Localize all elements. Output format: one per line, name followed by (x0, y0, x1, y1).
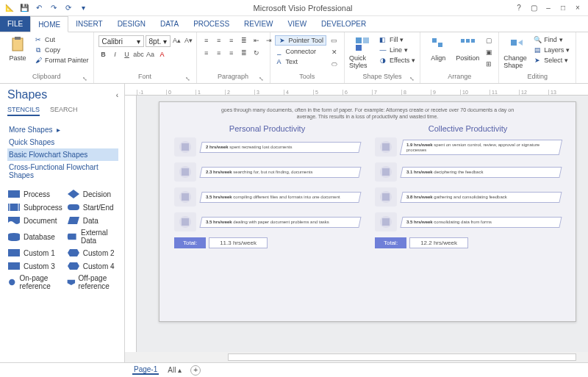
shape-database[interactable]: Database (7, 229, 62, 245)
minimize-icon[interactable]: – (542, 4, 554, 12)
align-left-icon[interactable]: ≡ (201, 48, 212, 58)
horizontal-scrollbar[interactable] (125, 352, 588, 362)
shape-on-page-reference[interactable]: On-page reference (7, 274, 62, 290)
page-tab[interactable]: Page-1 (132, 365, 159, 375)
paste-button[interactable]: Paste (4, 35, 31, 62)
tab-review[interactable]: REVIEW (237, 16, 280, 32)
connector-tool-button[interactable]: ⎯Connector (275, 47, 326, 56)
text-icon: A (275, 57, 284, 66)
copy-button[interactable]: ⧉Copy (34, 46, 89, 54)
strike-button[interactable]: abc (134, 49, 144, 60)
help-icon[interactable]: ? (513, 4, 525, 12)
dialog-launcher-icon[interactable]: ⤡ (82, 76, 89, 83)
undo-icon[interactable]: ↶ (34, 3, 44, 13)
bullets-icon[interactable]: ≣ (239, 35, 249, 46)
justify-icon[interactable]: ≣ (239, 48, 249, 58)
shape-off-page-reference[interactable]: Off-page reference (67, 274, 118, 290)
shape-custom-4[interactable]: Custom 4 (67, 261, 118, 271)
all-pages[interactable]: All ▴ (168, 366, 182, 374)
send-back-icon[interactable]: ▣ (484, 47, 494, 57)
collapse-panel-icon[interactable]: ‹ (116, 91, 118, 99)
effects-button[interactable]: ◑Effects ▾ (379, 56, 415, 65)
decrease-font-icon[interactable]: A▾ (184, 35, 194, 46)
stencil-basic-flowchart[interactable]: Basic Flowchart Shapes (7, 148, 118, 161)
app-icon: 📐 (4, 3, 15, 13)
font-family-combo[interactable]: Calibri ▾ (98, 35, 144, 47)
tab-home[interactable]: HOME (30, 16, 68, 32)
bold-button[interactable]: B (98, 49, 109, 60)
select-button[interactable]: ➤Select ▾ (533, 56, 571, 65)
shape-external-data[interactable]: External Data (67, 229, 118, 245)
shape-custom-3[interactable]: Custom 3 (7, 261, 62, 271)
increase-font-icon[interactable]: A▴ (172, 35, 182, 46)
cut-button[interactable]: ✂Cut (34, 35, 89, 44)
shape-label: Custom 4 (83, 262, 115, 270)
fill-button[interactable]: ◧Fill ▾ (379, 35, 415, 44)
shape-document[interactable]: Document (7, 215, 62, 226)
dialog-launcher-icon[interactable]: ⤡ (408, 76, 415, 83)
font-color-button[interactable]: A (157, 49, 168, 60)
maximize-icon[interactable]: □ (557, 4, 569, 12)
tab-data[interactable]: DATA (153, 16, 186, 32)
freeform-tool-icon[interactable]: ✕ (329, 47, 340, 57)
shape-label: Database (24, 233, 55, 241)
align-mid-icon[interactable]: ≡ (214, 35, 224, 46)
indent-dec-icon[interactable]: ⇤ (251, 35, 262, 46)
shape-process[interactable]: Process (7, 189, 62, 199)
shape-start-end[interactable]: Start/End (67, 202, 118, 212)
rectangle-tool-icon[interactable]: ▭ (329, 35, 340, 46)
close-icon[interactable]: × (572, 4, 584, 12)
format-painter-button[interactable]: 🖌Format Painter (34, 56, 89, 65)
refresh-icon[interactable]: ⟳ (63, 3, 74, 13)
line-button[interactable]: ―Line ▾ (379, 46, 415, 54)
stencil-cross-functional[interactable]: Cross-Functional Flowchart Shapes (7, 161, 118, 182)
stencils-tab[interactable]: STENCILS (7, 106, 40, 116)
more-shapes[interactable]: More Shapes ▸ (7, 123, 118, 136)
search-tab[interactable]: SEARCH (50, 106, 78, 116)
position-button[interactable]: Position (454, 35, 481, 62)
align-bot-icon[interactable]: ≡ (226, 35, 237, 46)
rotate-text-icon[interactable]: ↻ (251, 48, 262, 58)
text-tool-button[interactable]: AText (275, 57, 326, 66)
page-area[interactable]: goes through many documents, often in th… (137, 96, 588, 352)
svg-rect-25 (8, 262, 20, 270)
ribbon-collapse-icon[interactable]: ▢ (528, 4, 539, 12)
tab-design[interactable]: DESIGN (110, 16, 153, 32)
group-tools: ➤Pointer Tool ⎯Connector AText ▭ ✕ ⬭ Too… (270, 32, 345, 83)
bring-front-icon[interactable]: ▢ (484, 35, 494, 46)
shape-custom-1[interactable]: Custom 1 (7, 248, 62, 258)
find-button[interactable]: 🔍Find ▾ (533, 35, 571, 44)
add-page-button[interactable]: + (190, 365, 201, 376)
align-right-icon[interactable]: ≡ (226, 48, 237, 58)
dialog-launcher-icon[interactable]: ⤡ (258, 76, 265, 83)
stencil-quick-shapes[interactable]: Quick Shapes (7, 136, 118, 148)
flow-item: 3.5 hrs/week compiling different files a… (174, 187, 360, 207)
shape-custom-2[interactable]: Custom 2 (67, 248, 118, 258)
italic-button[interactable]: I (110, 49, 121, 60)
shape-decision[interactable]: Decision (67, 189, 118, 199)
tab-insert[interactable]: INSERT (68, 16, 110, 32)
quick-styles-button[interactable]: Quick Styles (349, 35, 376, 69)
dialog-launcher-icon[interactable]: ⤡ (184, 76, 192, 83)
align-button[interactable]: Align (425, 35, 451, 62)
save-icon[interactable]: 💾 (19, 3, 29, 13)
pointer-tool-button[interactable]: ➤Pointer Tool (275, 35, 326, 46)
font-size-combo[interactable]: 8pt. ▾ (146, 35, 171, 47)
qat-dropdown-icon[interactable]: ▾ (78, 3, 88, 13)
font-case-button[interactable]: Aa (146, 49, 156, 60)
ellipse-tool-icon[interactable]: ⬭ (329, 59, 340, 69)
shape-data[interactable]: Data (67, 215, 118, 226)
group-icon[interactable]: ⊞ (484, 59, 494, 69)
layers-button[interactable]: ▤Layers ▾ (533, 46, 571, 54)
change-shape-button[interactable]: Change Shape (503, 35, 530, 69)
tab-process[interactable]: PROCESS (186, 16, 237, 32)
redo-icon[interactable]: ↷ (49, 3, 59, 13)
shape-icon (67, 189, 80, 199)
align-top-icon[interactable]: ≡ (201, 35, 212, 46)
tab-developer[interactable]: DEVELOPER (314, 16, 373, 32)
align-center-icon[interactable]: ≡ (214, 48, 224, 58)
tab-file[interactable]: FILE (0, 16, 30, 32)
shape-subprocess[interactable]: Subprocess (7, 202, 62, 212)
tab-view[interactable]: VIEW (281, 16, 315, 32)
underline-button[interactable]: U (122, 49, 132, 60)
